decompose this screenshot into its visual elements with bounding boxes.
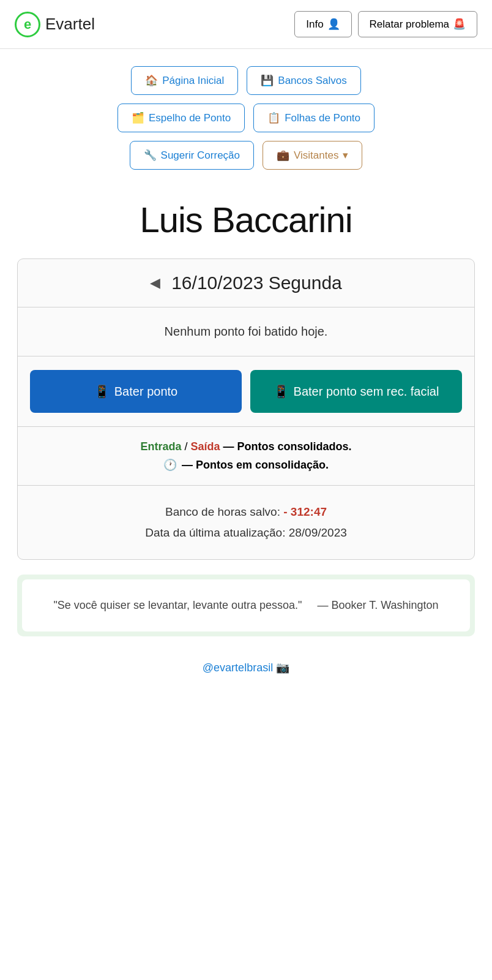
report-label: Relatar problema [370,18,449,31]
logo-name: Evartel [45,15,95,34]
mirror-label: Espelho de Ponto [149,112,231,124]
nav-row-1: 🏠 Página Inicial 💾 Bancos Salvos [131,66,361,95]
legend-slash: / [184,440,190,453]
instagram-link[interactable]: @evartelbrasil 📷 [203,662,289,674]
legend-section: Entrada / Saída — Pontos consolidados. 🕐… [18,427,474,486]
visitors-label: Visitantes [294,149,338,162]
footer: @evartelbrasil 📷 [0,649,492,693]
info-label: Info [306,18,323,31]
logo-icon: e [15,12,40,37]
no-punch-message: Nenhum ponto foi batido hoje. [18,307,474,356]
bank-label: Banco de horas salvo: [165,505,280,518]
suggest-label: Sugerir Correção [161,149,240,162]
main-card: ◀ 16/10/2023 Segunda Nenhum ponto foi ba… [17,258,475,560]
consolidated-text: — Pontos consolidados. [223,440,352,453]
punch-buttons-row: 📱 Bater ponto 📱 Bater ponto sem rec. fac… [18,356,474,427]
home-icon: 🏠 [145,74,158,87]
mirror-button[interactable]: 🗂️ Espelho de Ponto [117,104,245,132]
instagram-label: @evartelbrasil [203,662,273,674]
nav-row-3: 🔧 Sugerir Correção 💼 Visitantes ▾ [130,141,363,170]
update-value: 28/09/2023 [289,526,347,539]
sheets-label: Folhas de Ponto [285,112,360,124]
bank-value: - 312:47 [283,505,327,518]
banks-icon: 💾 [261,74,274,87]
bater-ponto-icon: 📱 [94,384,110,399]
legend-consolidated-line: Entrada / Saída — Pontos consolidados. [30,440,462,453]
visitors-button[interactable]: 💼 Visitantes ▾ [263,141,362,170]
bater-ponto-sem-facial-button[interactable]: 📱 Bater ponto sem rec. facial [250,370,462,413]
bater-sem-label: Bater ponto sem rec. facial [294,383,439,399]
info-icon: 👤 [327,18,340,31]
info-button[interactable]: Info 👤 [294,11,351,37]
update-label: Data da última atualização: [145,526,285,539]
nav-section: 🏠 Página Inicial 💾 Bancos Salvos 🗂️ Espe… [0,49,492,176]
banks-saved-button[interactable]: 💾 Bancos Salvos [247,66,360,95]
report-problem-button[interactable]: Relatar problema 🚨 [358,11,477,37]
update-row: Data da última atualização: 28/09/2023 [30,522,462,543]
sheets-button[interactable]: 📋 Folhas de Ponto [253,104,375,132]
app-header: e Evartel Info 👤 Relatar problema 🚨 [0,0,492,49]
bater-ponto-button[interactable]: 📱 Bater ponto [30,370,242,413]
header-buttons: Info 👤 Relatar problema 🚨 [294,11,477,37]
consolidating-text: — Pontos em consolidação. [182,459,329,472]
quote-section: "Se você quiser se levantar, levante out… [17,575,475,636]
quote-text: "Se você quiser se levantar, levante out… [53,599,302,611]
bater-ponto-label: Bater ponto [114,385,177,399]
legend-consolidating-line: 🕐 — Pontos em consolidação. [30,458,462,472]
visitors-icon: 💼 [277,149,289,162]
visitors-arrow: ▾ [343,149,348,162]
current-date: 16/10/2023 Segunda [171,273,342,293]
suggest-button[interactable]: 🔧 Sugerir Correção [130,141,254,170]
user-name: Luis Baccarini [12,199,480,240]
logo-area: e Evartel [15,12,95,37]
sheets-icon: 📋 [267,111,280,124]
saida-label: Saída [191,440,220,453]
quote-author: — Booker T. Washington [317,599,438,611]
suggest-icon: 🔧 [144,149,157,162]
clock-icon: 🕐 [163,458,177,472]
report-icon: 🚨 [453,18,466,31]
instagram-icon: 📷 [276,662,289,674]
quote-box: "Se você quiser se levantar, levante out… [22,579,470,631]
prev-date-button[interactable]: ◀ [150,275,160,291]
banks-label: Bancos Salvos [278,75,346,87]
home-button[interactable]: 🏠 Página Inicial [131,66,238,95]
nav-row-2: 🗂️ Espelho de Ponto 📋 Folhas de Ponto [117,104,375,132]
date-row: ◀ 16/10/2023 Segunda [18,259,474,307]
name-section: Luis Baccarini [0,176,492,252]
entrada-label: Entrada [140,440,181,453]
home-label: Página Inicial [162,75,224,87]
bater-sem-icon: 📱 [274,383,289,399]
bank-info-section: Banco de horas salvo: - 312:47 Data da ú… [18,486,474,559]
bank-hours-row: Banco de horas salvo: - 312:47 [30,502,462,522]
mirror-icon: 🗂️ [132,111,144,124]
